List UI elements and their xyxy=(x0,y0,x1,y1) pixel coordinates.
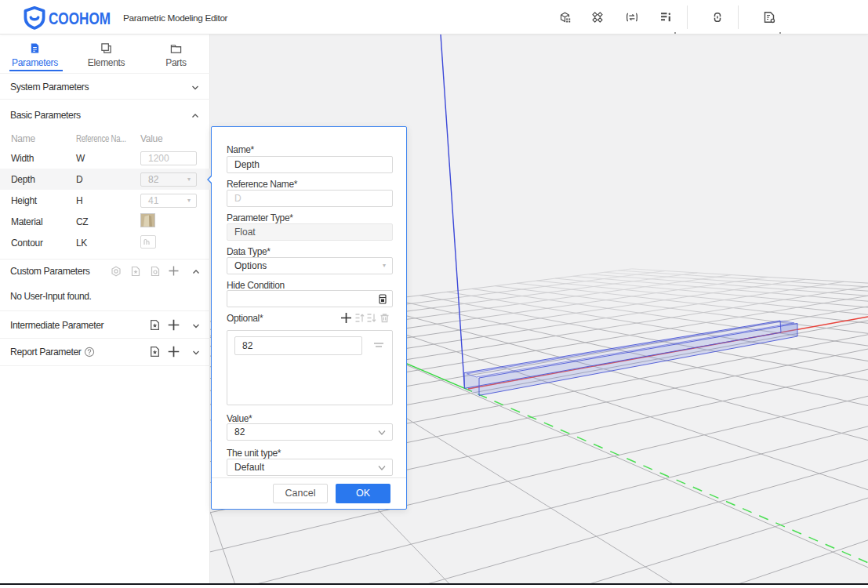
svg-text:COOHOM: COOHOM xyxy=(49,9,111,28)
